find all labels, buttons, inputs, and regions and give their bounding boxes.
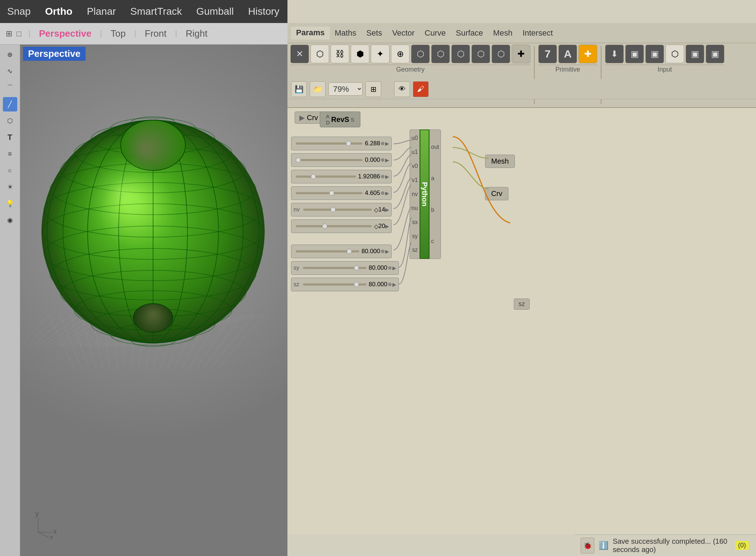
tool-hatch[interactable]: ≡ (3, 147, 17, 161)
crv-output-node[interactable]: Crv (485, 187, 508, 200)
grid-view-icon[interactable]: ⊞ (6, 29, 12, 38)
tool-curve[interactable]: ∿ (3, 64, 17, 78)
gh-tab-mesh[interactable]: Mesh (488, 27, 517, 39)
slider-sy-port (388, 266, 392, 270)
slider-6288[interactable]: 6.288 ▶ (291, 137, 392, 150)
ribbon-icon-x[interactable]: ✕ (290, 45, 309, 63)
gh-tab-intersect[interactable]: Intersect (517, 27, 558, 39)
slider-0000[interactable]: 0.000 ▶ (291, 153, 392, 167)
slider-sy-80[interactable]: sy 80.000 ▶ (291, 261, 399, 275)
zoom-fit-btn[interactable]: ⊞ (365, 81, 381, 97)
ribbon-input-label: Input (605, 65, 724, 73)
slider-0000-arrow: ▶ (385, 157, 389, 163)
3d-canvas[interactable] (20, 45, 287, 556)
slider-nv14[interactable]: nv ◇ 14 ▶ (291, 203, 392, 217)
status-badge: (0) (735, 541, 749, 550)
gh-tab-sets[interactable]: Sets (361, 27, 387, 39)
slider-80-1-value: 80.000 (361, 248, 380, 255)
ribbon-icon-circle[interactable]: ⬡ (310, 45, 329, 63)
ribbon-icon-A[interactable]: A (558, 45, 577, 63)
ribbon-icon-grid[interactable]: ▣ (625, 45, 644, 63)
ribbon-icon-grid2[interactable]: ▣ (645, 45, 664, 63)
python-inputs: u0u1v0v1nvnusxsysz (410, 129, 420, 259)
ribbon-icon-d5[interactable]: ⬡ (492, 45, 510, 63)
mesh-node[interactable]: Mesh (485, 155, 515, 168)
ribbon-icon-prim-add[interactable]: ✚ (578, 45, 597, 63)
crv-out-label: Crv (491, 190, 502, 197)
gh-panel: Params Maths Sets Vector Curve Surface M… (287, 0, 756, 556)
slider-4605[interactable]: 4.605 ▶ (291, 186, 392, 200)
eye-btn[interactable]: 👁 (394, 81, 410, 97)
menu-planar[interactable]: Planar (87, 6, 116, 17)
tool-bulb[interactable]: 💡 (3, 196, 17, 211)
ribbon-icon-hex2[interactable]: ⬢ (351, 45, 369, 63)
ribbon-icon-grid3[interactable]: ▣ (686, 45, 704, 63)
ribbon-icon-addgeo[interactable]: ✚ (512, 45, 530, 63)
ribbon-icon-cross[interactable]: ✦ (371, 45, 389, 63)
sz-node-bottom[interactable]: sz (514, 298, 530, 310)
viewport-3d[interactable]: x y z (20, 45, 287, 556)
tool-sun[interactable]: ☀ (3, 180, 17, 194)
zoom-select[interactable]: 79% 100% 50% (328, 82, 363, 96)
gh-tab-vector[interactable]: Vector (387, 27, 419, 39)
menu-history[interactable]: History (248, 6, 279, 17)
gh-tab-maths[interactable]: Maths (330, 27, 361, 39)
ribbon-icon-d1[interactable]: ⬡ (411, 45, 430, 63)
tool-circle[interactable]: ○ (3, 163, 17, 178)
gh-save-btn[interactable]: 💾 (291, 81, 307, 97)
status-icon-btn[interactable]: 🐞 (581, 538, 594, 553)
single-view-icon[interactable]: □ (17, 29, 21, 38)
paintbrush-btn[interactable]: 🖌 (413, 81, 429, 97)
menu-snap[interactable]: Snap (7, 6, 31, 17)
slider-192086[interactable]: 1.92086 ▶ (291, 170, 392, 183)
slider-4605-value: 4.605 (365, 190, 380, 197)
ribbon-icon-d4[interactable]: ⬡ (471, 45, 490, 63)
slider-20-value: 20 (378, 223, 385, 230)
gh-tab-params[interactable]: Params (291, 27, 330, 40)
sz-label: sz (518, 300, 525, 307)
menu-gumball[interactable]: Gumball (196, 6, 234, 17)
slider-80-1[interactable]: 80.000 ▶ (291, 245, 392, 258)
ribbon-icon-chain[interactable]: ⛓ (331, 45, 349, 63)
ribbon-icon-hex3[interactable]: ⬡ (665, 45, 684, 63)
ribbon-icon-plus[interactable]: ⊕ (391, 45, 410, 63)
tool-sphere[interactable]: ◉ (3, 213, 17, 227)
python-label: Python (420, 182, 429, 206)
slider-nv-label: nv (294, 206, 300, 213)
python-body[interactable]: Python (420, 129, 429, 259)
slider-nv14-arrow: ▶ (385, 207, 389, 213)
tab-right[interactable]: Right (181, 27, 212, 41)
ribbon-icon-down[interactable]: ⬇ (605, 45, 624, 63)
tool-surface[interactable]: ⬡ (3, 114, 17, 128)
ribbon-icon-d2[interactable]: ⬡ (431, 45, 450, 63)
slider-4605-port (381, 191, 384, 195)
tool-polyline[interactable]: ⌒ (3, 81, 17, 95)
slider-0000-value: 0.000 (365, 156, 380, 164)
ribbon-icon-d3[interactable]: ⬡ (451, 45, 470, 63)
slider-0000-port (381, 158, 384, 162)
slider-sz-80[interactable]: sz 80.000 ▶ (291, 278, 399, 291)
tool-text[interactable]: T (3, 130, 17, 145)
menu-ortho[interactable]: Ortho (45, 6, 72, 17)
slider-20[interactable]: ◇ 20 ▶ (291, 219, 392, 233)
menu-smarttrack[interactable]: SmartTrack (130, 6, 182, 17)
gh-file-btn[interactable]: 📁 (310, 81, 326, 97)
gh-tab-surface[interactable]: Surface (451, 27, 488, 39)
gh-canvas[interactable]: ▶ Crv A D RevS S 6.288 ▶ 0.000 (287, 108, 756, 534)
ribbon-icon-grid4[interactable]: ▣ (706, 45, 724, 63)
revs-node[interactable]: A D RevS S (320, 111, 360, 127)
tool-line[interactable]: ╱ (3, 97, 17, 111)
slider-sz-80-value: 80.000 (369, 281, 387, 288)
tab-perspective[interactable]: Perspective (35, 27, 96, 41)
ribbon-icon-7[interactable]: 7 (538, 45, 557, 63)
gh-tab-curve[interactable]: Curve (420, 27, 451, 39)
revs-label: RevS (331, 115, 349, 124)
crv-input-label: Crv (307, 114, 318, 122)
tab-front[interactable]: Front (140, 27, 171, 41)
tab-separator: | (28, 29, 30, 38)
crv-input-node[interactable]: ▶ Crv (295, 111, 323, 124)
tool-select[interactable]: ⊕ (3, 47, 17, 62)
status-info-icon: ℹ️ (599, 541, 608, 550)
tab-top[interactable]: Top (106, 27, 130, 41)
python-outputs: outabc (429, 129, 441, 259)
